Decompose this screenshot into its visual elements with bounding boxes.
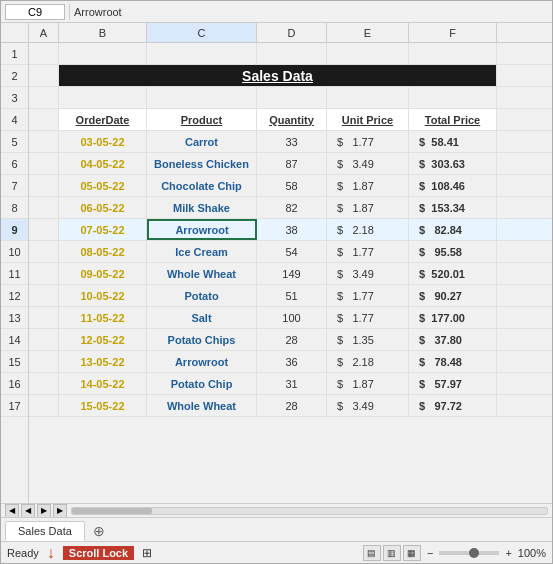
- cell-header-product[interactable]: Product: [147, 109, 257, 130]
- cell-F5[interactable]: $ 58.41: [409, 131, 497, 152]
- cell-A2[interactable]: [29, 65, 59, 86]
- row-num-16[interactable]: 16: [1, 373, 28, 395]
- cell-B15[interactable]: 13-05-22: [59, 351, 147, 372]
- cell-F13[interactable]: $ 177.00: [409, 307, 497, 328]
- cell-B16[interactable]: 14-05-22: [59, 373, 147, 394]
- cell-F11[interactable]: $ 520.01: [409, 263, 497, 284]
- cell-B8[interactable]: 06-05-22: [59, 197, 147, 218]
- row-num-15[interactable]: 15: [1, 351, 28, 373]
- cell-F6[interactable]: $ 303.63: [409, 153, 497, 174]
- page-layout-btn[interactable]: ▥: [383, 545, 401, 561]
- cell-D13[interactable]: 100: [257, 307, 327, 328]
- cell-D12[interactable]: 51: [257, 285, 327, 306]
- cell-header-orderdate[interactable]: OrderDate: [59, 109, 147, 130]
- row-num-2[interactable]: 2: [1, 65, 28, 87]
- cell-E16[interactable]: $ 1.87: [327, 373, 409, 394]
- cell-B1[interactable]: [59, 43, 147, 64]
- cell-F3[interactable]: [409, 87, 497, 108]
- cell-E14[interactable]: $ 1.35: [327, 329, 409, 350]
- cell-B12[interactable]: 10-05-22: [59, 285, 147, 306]
- zoom-slider[interactable]: [439, 551, 499, 555]
- zoom-minus[interactable]: −: [427, 547, 433, 559]
- scroll-right-btn2[interactable]: ▶: [37, 504, 51, 518]
- cell-A3[interactable]: [29, 87, 59, 108]
- cell-C7[interactable]: Chocolate Chip: [147, 175, 257, 196]
- row-num-6[interactable]: 6: [1, 153, 28, 175]
- cell-E1[interactable]: [327, 43, 409, 64]
- name-box[interactable]: [5, 4, 65, 20]
- cell-D9[interactable]: 38: [257, 219, 327, 240]
- cell-D11[interactable]: 149: [257, 263, 327, 284]
- cell-C17[interactable]: Whole Wheat: [147, 395, 257, 416]
- hscroll-track[interactable]: [71, 507, 548, 515]
- cell-B3[interactable]: [59, 87, 147, 108]
- cell-C15[interactable]: Arrowroot: [147, 351, 257, 372]
- cell-F9[interactable]: $ 82.84: [409, 219, 497, 240]
- cell-A8[interactable]: [29, 197, 59, 218]
- cell-F1[interactable]: [409, 43, 497, 64]
- cell-E17[interactable]: $ 3.49: [327, 395, 409, 416]
- cell-A17[interactable]: [29, 395, 59, 416]
- cell-B9[interactable]: 07-05-22: [59, 219, 147, 240]
- cell-header-totalprice[interactable]: Total Price: [409, 109, 497, 130]
- col-header-D[interactable]: D: [257, 23, 327, 42]
- cell-E15[interactable]: $ 2.18: [327, 351, 409, 372]
- cell-F12[interactable]: $ 90.27: [409, 285, 497, 306]
- col-header-A[interactable]: A: [29, 23, 59, 42]
- row-num-17[interactable]: 17: [1, 395, 28, 417]
- sheet-tab-salesdata[interactable]: Sales Data: [5, 521, 85, 541]
- cell-D5[interactable]: 33: [257, 131, 327, 152]
- cell-E5[interactable]: $ 1.77: [327, 131, 409, 152]
- row-num-5[interactable]: 5: [1, 131, 28, 153]
- cell-C16[interactable]: Potato Chip: [147, 373, 257, 394]
- cell-F15[interactable]: $ 78.48: [409, 351, 497, 372]
- row-num-10[interactable]: 10: [1, 241, 28, 263]
- cell-C8[interactable]: Milk Shake: [147, 197, 257, 218]
- horizontal-scrollbar[interactable]: ◀ ◀ ▶ ▶: [1, 503, 552, 517]
- cell-E13[interactable]: $ 1.77: [327, 307, 409, 328]
- row-num-4[interactable]: 4: [1, 109, 28, 131]
- scroll-left-btn[interactable]: ◀: [5, 504, 19, 518]
- cell-B10[interactable]: 08-05-22: [59, 241, 147, 262]
- cell-E12[interactable]: $ 1.77: [327, 285, 409, 306]
- cell-D16[interactable]: 31: [257, 373, 327, 394]
- cell-E10[interactable]: $ 1.77: [327, 241, 409, 262]
- cell-E11[interactable]: $ 3.49: [327, 263, 409, 284]
- cell-C12[interactable]: Potato: [147, 285, 257, 306]
- cell-D1[interactable]: [257, 43, 327, 64]
- cell-F10[interactable]: $ 95.58: [409, 241, 497, 262]
- cell-C11[interactable]: Whole Wheat: [147, 263, 257, 284]
- cell-D6[interactable]: 87: [257, 153, 327, 174]
- cell-A1[interactable]: [29, 43, 59, 64]
- cell-B17[interactable]: 15-05-22: [59, 395, 147, 416]
- cell-F14[interactable]: $ 37.80: [409, 329, 497, 350]
- cell-A11[interactable]: [29, 263, 59, 284]
- sheet-tab-add[interactable]: ⊕: [89, 521, 109, 541]
- cell-E7[interactable]: $ 1.87: [327, 175, 409, 196]
- row-num-1[interactable]: 1: [1, 43, 28, 65]
- cell-D14[interactable]: 28: [257, 329, 327, 350]
- row-num-12[interactable]: 12: [1, 285, 28, 307]
- cell-D8[interactable]: 82: [257, 197, 327, 218]
- cell-A9[interactable]: [29, 219, 59, 240]
- cell-F17[interactable]: $ 97.72: [409, 395, 497, 416]
- col-header-F[interactable]: F: [409, 23, 497, 42]
- col-header-C[interactable]: C: [147, 23, 257, 42]
- cell-A16[interactable]: [29, 373, 59, 394]
- cell-A13[interactable]: [29, 307, 59, 328]
- cell-header-unitprice[interactable]: Unit Price: [327, 109, 409, 130]
- cell-B14[interactable]: 12-05-22: [59, 329, 147, 350]
- hscroll-thumb[interactable]: [72, 508, 152, 514]
- row-num-3[interactable]: 3: [1, 87, 28, 109]
- cell-A15[interactable]: [29, 351, 59, 372]
- cell-D7[interactable]: 58: [257, 175, 327, 196]
- scroll-lock-badge[interactable]: Scroll Lock: [63, 546, 134, 560]
- cell-C14[interactable]: Potato Chips: [147, 329, 257, 350]
- cell-E9[interactable]: $ 2.18: [327, 219, 409, 240]
- cell-C9-selected[interactable]: Arrowroot: [147, 219, 257, 240]
- cell-header-quantity[interactable]: Quantity: [257, 109, 327, 130]
- row-num-7[interactable]: 7: [1, 175, 28, 197]
- cell-F8[interactable]: $ 153.34: [409, 197, 497, 218]
- normal-view-btn[interactable]: ▤: [363, 545, 381, 561]
- cell-E6[interactable]: $ 3.49: [327, 153, 409, 174]
